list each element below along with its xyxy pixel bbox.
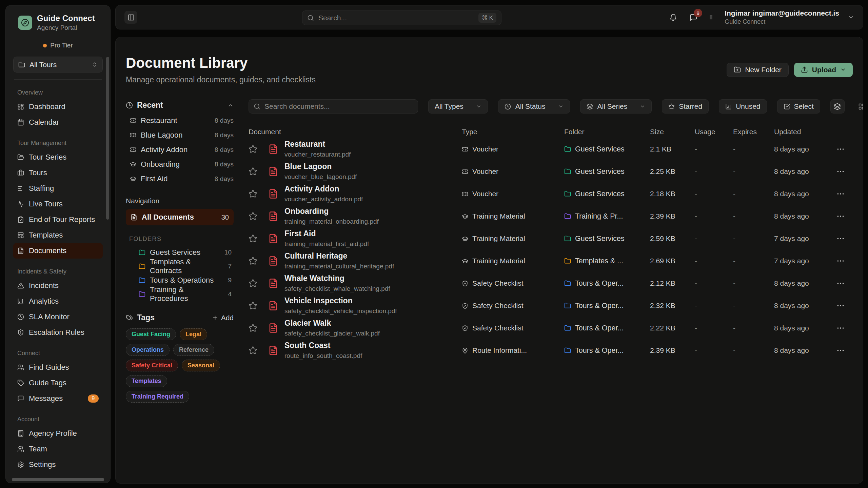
folder-cell: Tours & Oper...	[564, 346, 650, 355]
sidebar-item-dashboard[interactable]: Dashboard	[13, 99, 103, 115]
sidebar-item-team[interactable]: Team	[13, 441, 103, 457]
document-search-input[interactable]	[264, 102, 413, 110]
unused-filter-button[interactable]: Unused	[719, 99, 767, 114]
recent-item-restaurant[interactable]: Restaurant8 days	[126, 113, 234, 128]
status-filter-dropdown[interactable]: All Status	[498, 99, 570, 114]
chevron-up-icon[interactable]	[228, 102, 234, 108]
settings-icon	[17, 461, 24, 468]
row-menu-button[interactable]	[828, 324, 853, 332]
document-cell: Glacier Walksafety_checklist_glacier_wal…	[284, 319, 462, 337]
row-menu-button[interactable]	[828, 212, 853, 221]
table-row-blue-lagoon[interactable]: Blue Lagoonvoucher_blue_lagoon.pdfVouche…	[249, 160, 853, 183]
grid-view-button[interactable]	[855, 99, 863, 114]
row-menu-button[interactable]	[828, 234, 853, 243]
table-row-activity-addon[interactable]: Activity Addonvoucher_activity_addon.pdf…	[249, 183, 853, 205]
sidebar-item-incidents[interactable]: Incidents	[13, 278, 103, 293]
row-menu-button[interactable]	[828, 346, 853, 355]
sidebar-item-settings[interactable]: Settings	[13, 457, 103, 472]
all-documents-item[interactable]: All Documents 30	[126, 209, 234, 225]
table-row-onboarding[interactable]: Onboardingtraining_material_onboarding.p…	[249, 205, 853, 227]
tag-chip-training-required[interactable]: Training Required	[126, 391, 189, 403]
sidebar-item-escalation-rules[interactable]: Escalation Rules	[13, 325, 103, 340]
messages-button[interactable]: 9	[687, 11, 699, 23]
star-button[interactable]	[249, 346, 262, 355]
series-filter-dropdown[interactable]: All Series	[580, 99, 652, 114]
chevron-down-icon[interactable]	[848, 14, 854, 20]
table-row-vehicle-inspection[interactable]: Vehicle Inspectionsafety_checklist_vehic…	[249, 294, 853, 317]
star-button[interactable]	[249, 145, 262, 154]
star-button[interactable]	[249, 301, 262, 310]
row-menu-button[interactable]	[828, 145, 853, 154]
recent-item-activity-addon[interactable]: Activity Addon8 days	[126, 142, 234, 157]
sidebar-item-staffing[interactable]: Staffing	[13, 181, 103, 196]
row-menu-button[interactable]	[828, 279, 853, 288]
table-row-cultural-heritage[interactable]: Cultural Heritagetraining_material_cultu…	[249, 250, 853, 272]
tag-chip-operations[interactable]: Operations	[126, 344, 170, 356]
sidebar-horizontal-scrollbar[interactable]	[12, 478, 104, 481]
table-row-first-aid[interactable]: First Aidtraining_material_first_aid.pdf…	[249, 227, 853, 250]
tag-chip-templates[interactable]: Templates	[126, 375, 167, 387]
dashboard-icon	[17, 103, 24, 110]
tag-chip-reference[interactable]: Reference	[173, 344, 214, 356]
row-menu-button[interactable]	[828, 189, 853, 198]
table-row-south-coast[interactable]: South Coastroute_info_south_coast.pdfRou…	[249, 339, 853, 362]
star-button[interactable]	[249, 167, 262, 176]
star-button[interactable]	[249, 279, 262, 288]
sidebar-item-calendar[interactable]: Calendar	[13, 115, 103, 130]
recent-item-blue-lagoon[interactable]: Blue Lagoon8 days	[126, 128, 234, 142]
updated-cell: 8 days ago	[774, 190, 828, 198]
tour-filter-value: All Tours	[29, 61, 57, 69]
sidebar-item-agency-profile[interactable]: Agency Profile	[13, 426, 103, 441]
row-menu-button[interactable]	[828, 167, 853, 176]
tag-chip-safety-critical[interactable]: Safety Critical	[126, 360, 178, 371]
tour-filter-select[interactable]: All Tours	[13, 57, 103, 73]
sidebar-item-sla-monitor[interactable]: SLA Monitor	[13, 309, 103, 325]
type-filter-dropdown[interactable]: All Types	[428, 99, 488, 114]
add-tag-button[interactable]: Add	[212, 314, 234, 322]
document-cell: Blue Lagoonvoucher_blue_lagoon.pdf	[284, 162, 462, 180]
stack-view-button[interactable]	[830, 99, 845, 114]
new-folder-button[interactable]: New Folder	[727, 63, 788, 77]
starred-filter-button[interactable]: Starred	[662, 99, 709, 114]
upload-button[interactable]: Upload	[794, 63, 853, 77]
row-menu-button[interactable]	[828, 301, 853, 310]
folder-item-templates-contracts[interactable]: Templates & Contracts7	[126, 259, 234, 273]
folder-item-training-procedures[interactable]: Training & Procedures4	[126, 287, 234, 301]
ticket-icon	[130, 117, 136, 124]
star-button[interactable]	[249, 257, 262, 265]
tag-chip-seasonal[interactable]: Seasonal	[182, 360, 220, 371]
sidebar-item-tour-series[interactable]: Tour Series	[13, 149, 103, 165]
star-button[interactable]	[249, 234, 262, 243]
sidebar-item-live-tours[interactable]: Live Tours	[13, 196, 103, 212]
notifications-button[interactable]	[667, 11, 679, 23]
star-button[interactable]	[249, 324, 262, 332]
row-menu-button[interactable]	[828, 257, 853, 265]
sidebar-item-label: SLA Monitor	[29, 312, 70, 321]
select-mode-button[interactable]: Select	[777, 99, 820, 114]
sidebar-item-tours[interactable]: Tours	[13, 165, 103, 181]
sidebar-item-analytics[interactable]: Analytics	[13, 293, 103, 309]
sidebar-toggle-button[interactable]	[124, 11, 137, 24]
sidebar-item-find-guides[interactable]: Find Guides	[13, 360, 103, 375]
tags-icon	[126, 314, 133, 321]
recent-item-onboarding[interactable]: Onboarding8 days	[126, 157, 234, 171]
brand-name: Guide Connect	[37, 14, 95, 23]
user-menu[interactable]: Ingimar ingimar@guideconnect.is Guide Co…	[725, 9, 839, 25]
table-row-restaurant[interactable]: Restaurantvoucher_restaurant.pdfVoucherG…	[249, 138, 853, 160]
sidebar-vertical-scrollbar[interactable]	[106, 57, 109, 220]
sidebar-item-guide-tags[interactable]: Guide Tags	[13, 375, 103, 391]
global-search-input[interactable]	[318, 14, 474, 22]
shield-check-icon	[462, 325, 468, 331]
recent-item-first-aid[interactable]: First Aid8 days	[126, 171, 234, 186]
sidebar-item-documents[interactable]: Documents	[13, 243, 103, 259]
pause-icon[interactable]	[708, 14, 714, 21]
table-row-whale-watching[interactable]: Whale Watchingsafety_checklist_whale_wat…	[249, 272, 853, 294]
sidebar-item-end-of-tour-reports[interactable]: End of Tour Reports	[13, 212, 103, 227]
tag-chip-guest-facing[interactable]: Guest Facing	[126, 328, 176, 340]
tag-chip-legal[interactable]: Legal	[180, 328, 207, 340]
table-row-glacier-walk[interactable]: Glacier Walksafety_checklist_glacier_wal…	[249, 317, 853, 339]
star-button[interactable]	[249, 189, 262, 198]
star-button[interactable]	[249, 212, 262, 221]
sidebar-item-templates[interactable]: Templates	[13, 227, 103, 243]
sidebar-item-messages[interactable]: Messages9	[13, 391, 103, 406]
